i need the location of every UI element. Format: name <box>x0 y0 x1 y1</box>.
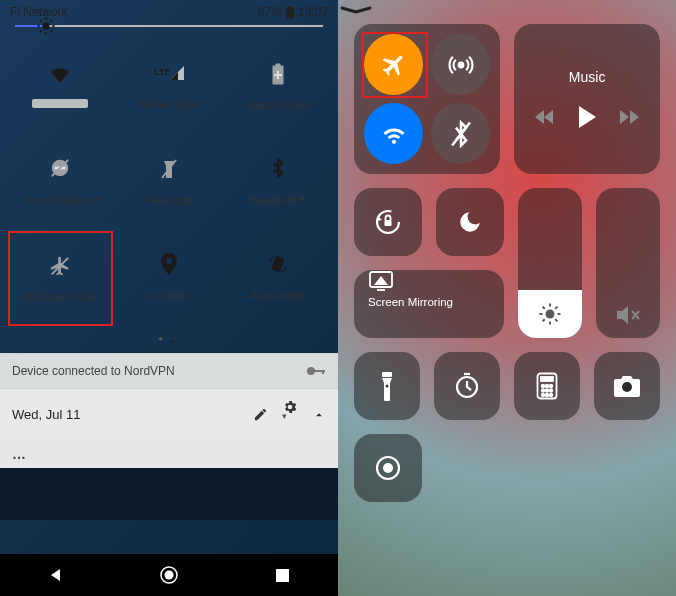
svg-point-12 <box>307 367 315 375</box>
airplane-tile[interactable]: Airplane mode <box>8 231 113 326</box>
airplane-label: Airplane mode <box>25 291 96 303</box>
location-tile[interactable]: Location <box>115 229 224 324</box>
battery-plus-icon <box>271 63 285 85</box>
flashlight-icon <box>160 158 178 180</box>
volume-mute-icon <box>615 304 641 326</box>
quick-settings-grid: LTE Mobile data Battery saver Do not dis… <box>0 39 338 328</box>
wifi-button[interactable] <box>364 103 423 164</box>
brightness-icon <box>538 302 562 326</box>
screen-mirror-label: Screen Mirroring <box>368 296 453 308</box>
prev-track-icon[interactable] <box>534 109 554 125</box>
clock: 13:07 <box>298 5 328 19</box>
svg-point-38 <box>546 385 549 388</box>
date-text: Wed, Jul 11 <box>12 407 80 422</box>
android-quick-settings-pane: Fi Network 67% 13:07 LTE <box>0 0 338 596</box>
calculator-button[interactable] <box>514 352 580 420</box>
svg-rect-0 <box>286 7 294 18</box>
overflow-row[interactable]: … <box>0 440 338 468</box>
bluetooth-tile[interactable]: Bluetooth ▾ <box>223 134 332 229</box>
bluetooth-label: Bluetooth ▾ <box>250 193 305 206</box>
nav-back-icon[interactable] <box>48 567 64 583</box>
svg-rect-17 <box>276 569 289 582</box>
svg-point-48 <box>383 463 393 473</box>
autorotate-tile[interactable]: Auto-rotate <box>223 229 332 324</box>
location-label: Location <box>148 289 190 301</box>
volume-slider[interactable] <box>596 188 660 338</box>
pull-down-chevron-icon[interactable] <box>338 0 676 24</box>
connectivity-group <box>354 24 500 174</box>
svg-line-28 <box>543 307 545 309</box>
music-widget[interactable]: Music <box>514 24 660 174</box>
dnd-tile[interactable]: Do not disturb ▾ <box>6 134 115 229</box>
svg-point-23 <box>546 310 555 319</box>
svg-point-46 <box>622 382 632 392</box>
nav-recent-icon[interactable] <box>275 568 290 583</box>
svg-point-43 <box>542 394 545 397</box>
svg-point-44 <box>546 394 549 397</box>
svg-rect-32 <box>382 372 392 377</box>
svg-point-41 <box>546 389 549 392</box>
battery-saver-label: Battery saver <box>245 99 310 111</box>
svg-point-45 <box>550 394 553 397</box>
timer-button[interactable] <box>434 352 500 420</box>
dnd-icon <box>49 157 71 179</box>
screen-mirroring-button[interactable]: Screen Mirroring <box>354 270 504 338</box>
svg-rect-11 <box>271 255 285 272</box>
camera-button[interactable] <box>594 352 660 420</box>
screen-record-button[interactable] <box>354 434 422 502</box>
flashlight-tile[interactable]: Flashlight <box>115 134 224 229</box>
autorotate-icon <box>267 253 289 275</box>
svg-point-16 <box>165 571 174 580</box>
svg-point-40 <box>542 389 545 392</box>
cellular-button[interactable] <box>431 34 490 95</box>
svg-point-18 <box>458 62 463 67</box>
vpn-text: Device connected to NordVPN <box>12 364 175 378</box>
date-row[interactable]: Wed, Jul 11 ▾ <box>0 388 338 440</box>
battery-saver-tile[interactable]: Battery saver <box>223 39 332 134</box>
play-icon[interactable] <box>576 105 598 129</box>
bluetooth-button[interactable] <box>431 103 490 164</box>
nav-home-icon[interactable] <box>159 565 179 585</box>
background-dim <box>0 468 338 520</box>
svg-point-37 <box>542 385 545 388</box>
svg-point-2 <box>42 22 49 29</box>
brightness-slider[interactable] <box>518 188 582 338</box>
next-track-icon[interactable] <box>620 109 640 125</box>
flashlight-button[interactable] <box>354 352 420 420</box>
ios-control-center-pane: Music <box>338 0 676 596</box>
key-icon <box>306 365 326 377</box>
dnd-moon-button[interactable] <box>436 188 504 256</box>
chevron-down-icon: ▾ <box>299 193 305 206</box>
orientation-lock-button[interactable] <box>354 188 422 256</box>
svg-text:LTE: LTE <box>154 67 170 77</box>
autorotate-label: Auto-rotate <box>250 289 304 301</box>
screen-mirror-icon <box>368 270 490 292</box>
airplane-off-icon <box>49 255 71 277</box>
brightness-thumb-icon[interactable] <box>35 15 57 37</box>
edit-icon[interactable] <box>253 407 268 422</box>
dnd-label: Do not disturb ▾ <box>22 193 99 206</box>
mobile-data-tile[interactable]: LTE Mobile data <box>115 39 224 134</box>
settings-icon[interactable]: ▾ <box>282 399 298 430</box>
wifi-label-redacted <box>32 99 88 108</box>
svg-rect-5 <box>275 63 280 66</box>
brightness-slider[interactable] <box>0 21 338 39</box>
mobile-data-label: Mobile data <box>141 98 198 110</box>
svg-point-39 <box>550 385 553 388</box>
svg-rect-14 <box>322 370 324 374</box>
svg-rect-1 <box>288 6 292 8</box>
nav-bar <box>0 554 338 596</box>
chevron-down-icon: ▾ <box>93 193 99 206</box>
svg-line-31 <box>555 307 557 309</box>
svg-rect-36 <box>541 377 553 381</box>
expand-up-icon[interactable] <box>312 408 326 422</box>
wifi-tile[interactable] <box>6 39 115 134</box>
svg-line-29 <box>555 319 557 321</box>
svg-point-33 <box>386 385 389 388</box>
wifi-icon <box>48 65 72 85</box>
lte-icon: LTE <box>154 64 184 84</box>
vpn-notification-row[interactable]: Device connected to NordVPN <box>0 353 338 388</box>
svg-point-42 <box>550 389 553 392</box>
svg-line-30 <box>543 319 545 321</box>
page-indicator: ●·· <box>0 328 338 353</box>
